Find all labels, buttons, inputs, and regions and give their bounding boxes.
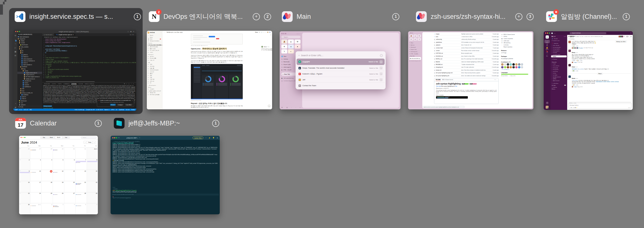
sidebar-item-settings-members[interactable]: ⚙Settings & members <box>148 40 162 42</box>
slack-sidebar[interactable]: Inf... ▾≔✎ 🧵Threads✉Drafts & sent❗Import… <box>550 35 567 110</box>
channel-item[interactable]: Channels <box>551 61 567 63</box>
restart-button[interactable]: Restart <box>110 104 116 106</box>
file-tree-item[interactable]: insight.service.ts <box>17 74 42 76</box>
favorite-tile[interactable]: M <box>294 40 300 44</box>
calendar-search[interactable]: ⌕Search <box>81 136 96 139</box>
file-tree-item[interactable]: validate.service.ts <box>17 78 42 80</box>
shell-environment-notification[interactable]: ⊗Unable to resolve your shell environmen… <box>97 99 134 107</box>
window-count-badge[interactable]: 3 <box>526 13 534 20</box>
channel-item[interactable]: #unit-ps <box>551 72 567 74</box>
channel-item[interactable]: #unit-labs <box>551 52 567 54</box>
repo-file-row[interactable]: ▤.versionPost-release version number bum… <box>434 49 499 52</box>
account-icon[interactable]: ◔ <box>15 103 16 105</box>
calendar-day-cell[interactable]: 28 <box>42 148 53 159</box>
contributor-avatar[interactable] <box>515 63 518 66</box>
terminal-tab[interactable]: jeff@Jeffs-MBP:~ <box>126 137 138 139</box>
channel-item[interactable]: ▦Apps10 <box>551 85 567 86</box>
repo-file-row[interactable]: ▤zsh-syntax-highlighting.plugin.zshdrive… <box>434 72 499 74</box>
file-tree-item[interactable]: insight.service.spec.ts <box>17 72 42 74</box>
comments-icon[interactable]: 🗨 <box>259 32 260 33</box>
sidebar-section-outline[interactable]: OUTLINE <box>17 106 42 108</box>
slack-window-preview[interactable]: 🕘 ‹ › ⍰ ⌕Search InfoGrab IG ⌂Home🗨DMs🔔Ac… <box>544 31 633 110</box>
calendar-day-cell[interactable]: 2 <box>42 203 53 214</box>
contributor-avatar[interactable] <box>501 66 504 69</box>
contributor-avatars[interactable] <box>501 63 526 68</box>
share-button[interactable]: Share <box>255 32 258 33</box>
message-composer[interactable]: B I S ⌗ ≔ ≕ ❝ ⟨⟩ Message #알림방 ＋ Aa ☺ @ 🖿… <box>568 102 632 109</box>
window-count-badge[interactable]: 1 <box>95 120 102 127</box>
search-icon[interactable]: ⌕ <box>206 137 206 139</box>
vscode-explorer-sidebar[interactable]: SLACK (WORKSPACE) slack (workspace)integ… <box>17 33 42 109</box>
sidebar-page-item[interactable]: ▸사내공지 <box>148 88 162 90</box>
plus-icon[interactable]: + <box>300 107 300 108</box>
more-contributors-link[interactable]: + 57 contributors <box>501 69 530 70</box>
event-item[interactable] <box>53 194 64 195</box>
event-item[interactable] <box>53 150 64 150</box>
sidebar-item[interactable]: 🗀Expert Labs <box>409 48 421 51</box>
split-pane-icon[interactable]: ⧉ <box>118 137 120 139</box>
info-icon[interactable]: i <box>380 54 383 57</box>
calendar-day-cell[interactable]: 29 <box>53 148 64 159</box>
sidebar-page-item[interactable]: ▸기술 지원 <box>148 78 162 80</box>
event-item[interactable] <box>31 206 41 206</box>
calendar-day-cell[interactable]: Jun 1 <box>87 148 98 159</box>
repo-file-row[interactable]: ▤.revision-hashversion: Bump for Sonarqu… <box>434 47 499 49</box>
favorite-tile[interactable]: ◎ <box>288 44 294 49</box>
event-item[interactable] <box>31 150 41 150</box>
edit-icon[interactable]: ✎ ⋯ <box>454 79 497 80</box>
calendar-day-cell[interactable]: 2623 <box>19 192 30 203</box>
calendar-day-cell[interactable]: 5 <box>53 159 64 170</box>
warp-window-preview[interactable]: ⧉ jeff@Jeffs-MBP:~ + Update Warp ⌕ ⚡ 💡 ⚙… <box>110 136 220 214</box>
event-item[interactable] <box>31 172 41 173</box>
panel-tab-terminal[interactable]: TERMINAL <box>71 83 76 85</box>
channel-item[interactable]: ✎=DevOps= <box>551 83 567 85</box>
editor-actions[interactable]: ⇆ ▷ ⊞ ⋯ <box>75 33 136 36</box>
arc-main-window-preview[interactable]: ‹›⋯ ⌕Search... 🧸▲M✣◎●𝕏◗ 🌐Main🗀Archive🗀Bo… <box>280 31 400 109</box>
bulb-icon[interactable]: 💡 <box>213 137 214 139</box>
calendar-day-cell[interactable]: 31 <box>76 148 87 159</box>
repo-file-row[interactable]: ▤zsh-syntax-highlighting.zshdriver: Use … <box>434 74 499 77</box>
calendar-day-cell[interactable]: Jul 1 <box>30 203 42 214</box>
palette-result-contact-the-team[interactable]: 🗨Contact the Team <box>296 83 385 88</box>
window-count-badge[interactable]: 1 <box>134 13 141 20</box>
channel-item[interactable]: #unit_go-gil <box>551 67 567 69</box>
event-item[interactable] <box>76 206 86 206</box>
file-tree-item[interactable]: checklist.d.ts <box>17 80 42 82</box>
repo-file-row[interactable]: ▤README.md* Update educational links2 ye… <box>434 63 499 66</box>
calendar-day-cell[interactable]: 11 <box>42 170 53 181</box>
trash-icon[interactable]: 🗑 <box>282 107 283 108</box>
channel-item[interactable]: 🧵Threads <box>551 38 567 40</box>
view-year[interactable]: Year <box>62 136 70 139</box>
configure-button[interactable]: Configure <box>117 104 124 106</box>
contributor-avatar[interactable] <box>507 63 509 66</box>
repo-file-table[interactable]: 🗀imagesHighlight pasted and quoted code … <box>434 33 499 77</box>
palette-result-chatgpt[interactable]: ⊛ChatGPTSwitch to Tab→ <box>296 59 385 65</box>
channel-item[interactable]: #뉴스레터 <box>551 74 567 76</box>
calendar-day-cell[interactable]: 2226 <box>19 148 30 159</box>
file-tree-item[interactable]: meta.ts <box>17 82 42 84</box>
calendar-day-cell[interactable]: 12 <box>53 170 64 181</box>
contributor-avatar[interactable] <box>518 66 520 69</box>
repo-file-row[interactable]: ▤release.mddocs: Note that a release is … <box>434 69 499 72</box>
calendar-day-cell[interactable]: 21 <box>76 181 87 192</box>
month-navigation[interactable]: ‹ Today › <box>84 141 96 144</box>
calendar-day-cell[interactable]: 19 <box>53 181 64 192</box>
vscode-window-preview[interactable]: insight.service.spec.ts — slack (Workspa… <box>14 30 136 111</box>
horizontal-scrollbar[interactable] <box>46 81 95 82</box>
code-editor[interactable]: 1import { Client } from '@notionhq/clien… <box>42 38 136 83</box>
view-week[interactable]: Week <box>48 136 55 139</box>
settings-gear-icon[interactable]: ⚙ <box>217 137 218 139</box>
calendar-day-cell[interactable]: 30 <box>64 148 76 159</box>
calendar-day-cell[interactable]: 14 <box>76 170 87 181</box>
contributor-avatar[interactable] <box>504 66 506 69</box>
sidebar-page-item[interactable]: ▸샌드박스 <box>148 55 162 57</box>
command-palette[interactable]: ⌕ Search or Enter URL... i ⊛ChatGPTSwitc… <box>296 51 386 89</box>
sidebar-page-item[interactable]: ▸미니 세미나_06_24 <box>148 50 162 51</box>
contributor-avatar[interactable] <box>521 63 523 66</box>
window-count-badge[interactable]: 2 <box>264 13 271 20</box>
history-icon[interactable]: 🕘 <box>261 32 262 33</box>
sidebar-item-inbox[interactable]: ▤Inbox1 <box>148 38 162 40</box>
compose-icon[interactable]: ✎ <box>565 36 566 37</box>
calendar-day-cell[interactable]: 4 <box>64 203 76 214</box>
palette-result-jeff[interactable]: 🙂JeffSwitch to Tab→ <box>296 77 385 83</box>
